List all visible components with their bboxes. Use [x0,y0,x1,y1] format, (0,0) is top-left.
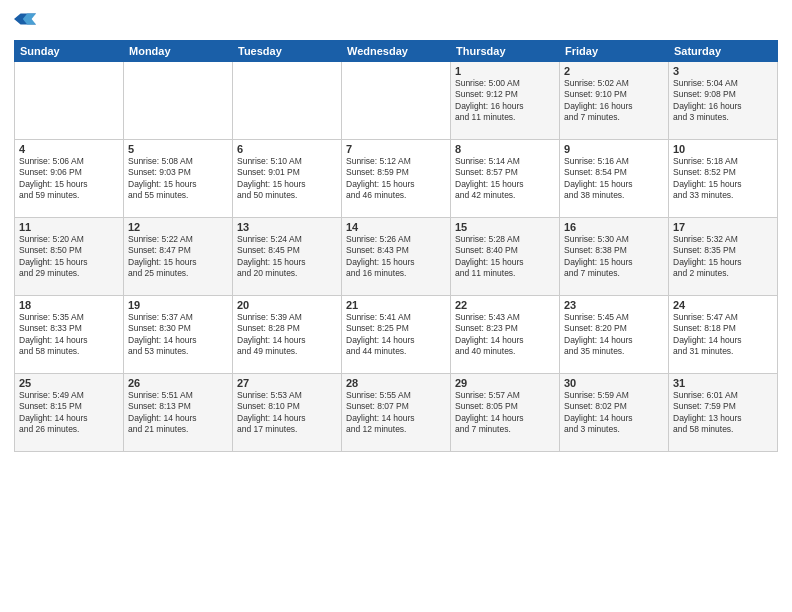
calendar-table: SundayMondayTuesdayWednesdayThursdayFrid… [14,40,778,452]
day-info: Sunrise: 5:37 AM Sunset: 8:30 PM Dayligh… [128,312,228,358]
day-number: 9 [564,143,664,155]
calendar-cell: 16Sunrise: 5:30 AM Sunset: 8:38 PM Dayli… [560,218,669,296]
header [14,10,778,34]
calendar-cell: 29Sunrise: 5:57 AM Sunset: 8:05 PM Dayli… [451,374,560,452]
day-info: Sunrise: 5:24 AM Sunset: 8:45 PM Dayligh… [237,234,337,280]
day-number: 4 [19,143,119,155]
weekday-header-wednesday: Wednesday [342,41,451,62]
weekday-header-sunday: Sunday [15,41,124,62]
day-number: 21 [346,299,446,311]
day-number: 22 [455,299,555,311]
calendar-cell: 30Sunrise: 5:59 AM Sunset: 8:02 PM Dayli… [560,374,669,452]
day-number: 18 [19,299,119,311]
calendar-cell: 21Sunrise: 5:41 AM Sunset: 8:25 PM Dayli… [342,296,451,374]
day-info: Sunrise: 5:59 AM Sunset: 8:02 PM Dayligh… [564,390,664,436]
calendar-cell: 8Sunrise: 5:14 AM Sunset: 8:57 PM Daylig… [451,140,560,218]
day-number: 19 [128,299,228,311]
calendar-cell: 20Sunrise: 5:39 AM Sunset: 8:28 PM Dayli… [233,296,342,374]
day-info: Sunrise: 5:47 AM Sunset: 8:18 PM Dayligh… [673,312,773,358]
day-info: Sunrise: 5:35 AM Sunset: 8:33 PM Dayligh… [19,312,119,358]
day-info: Sunrise: 5:53 AM Sunset: 8:10 PM Dayligh… [237,390,337,436]
day-number: 24 [673,299,773,311]
day-number: 25 [19,377,119,389]
weekday-header-saturday: Saturday [669,41,778,62]
calendar-cell: 13Sunrise: 5:24 AM Sunset: 8:45 PM Dayli… [233,218,342,296]
day-number: 1 [455,65,555,77]
calendar-cell: 11Sunrise: 5:20 AM Sunset: 8:50 PM Dayli… [15,218,124,296]
day-number: 10 [673,143,773,155]
day-number: 3 [673,65,773,77]
calendar-cell: 22Sunrise: 5:43 AM Sunset: 8:23 PM Dayli… [451,296,560,374]
calendar-cell [342,62,451,140]
day-number: 2 [564,65,664,77]
day-info: Sunrise: 5:00 AM Sunset: 9:12 PM Dayligh… [455,78,555,124]
day-number: 31 [673,377,773,389]
weekday-header-friday: Friday [560,41,669,62]
weekday-header-thursday: Thursday [451,41,560,62]
logo [14,10,36,34]
day-number: 23 [564,299,664,311]
calendar-week-2: 4Sunrise: 5:06 AM Sunset: 9:06 PM Daylig… [15,140,778,218]
day-number: 16 [564,221,664,233]
day-info: Sunrise: 5:12 AM Sunset: 8:59 PM Dayligh… [346,156,446,202]
day-info: Sunrise: 5:08 AM Sunset: 9:03 PM Dayligh… [128,156,228,202]
calendar-cell: 15Sunrise: 5:28 AM Sunset: 8:40 PM Dayli… [451,218,560,296]
calendar-cell: 1Sunrise: 5:00 AM Sunset: 9:12 PM Daylig… [451,62,560,140]
calendar-cell: 25Sunrise: 5:49 AM Sunset: 8:15 PM Dayli… [15,374,124,452]
day-info: Sunrise: 5:22 AM Sunset: 8:47 PM Dayligh… [128,234,228,280]
calendar-cell [124,62,233,140]
calendar-cell: 14Sunrise: 5:26 AM Sunset: 8:43 PM Dayli… [342,218,451,296]
calendar-cell: 26Sunrise: 5:51 AM Sunset: 8:13 PM Dayli… [124,374,233,452]
weekday-header-tuesday: Tuesday [233,41,342,62]
day-info: Sunrise: 5:28 AM Sunset: 8:40 PM Dayligh… [455,234,555,280]
calendar-cell: 17Sunrise: 5:32 AM Sunset: 8:35 PM Dayli… [669,218,778,296]
day-number: 15 [455,221,555,233]
calendar-cell: 3Sunrise: 5:04 AM Sunset: 9:08 PM Daylig… [669,62,778,140]
day-number: 30 [564,377,664,389]
calendar-week-3: 11Sunrise: 5:20 AM Sunset: 8:50 PM Dayli… [15,218,778,296]
day-number: 26 [128,377,228,389]
calendar-cell: 7Sunrise: 5:12 AM Sunset: 8:59 PM Daylig… [342,140,451,218]
calendar-cell: 6Sunrise: 5:10 AM Sunset: 9:01 PM Daylig… [233,140,342,218]
day-info: Sunrise: 5:16 AM Sunset: 8:54 PM Dayligh… [564,156,664,202]
calendar-cell: 19Sunrise: 5:37 AM Sunset: 8:30 PM Dayli… [124,296,233,374]
calendar-cell [15,62,124,140]
day-number: 29 [455,377,555,389]
calendar-week-4: 18Sunrise: 5:35 AM Sunset: 8:33 PM Dayli… [15,296,778,374]
day-info: Sunrise: 5:20 AM Sunset: 8:50 PM Dayligh… [19,234,119,280]
calendar-cell [233,62,342,140]
calendar-cell: 24Sunrise: 5:47 AM Sunset: 8:18 PM Dayli… [669,296,778,374]
day-info: Sunrise: 5:41 AM Sunset: 8:25 PM Dayligh… [346,312,446,358]
day-info: Sunrise: 5:10 AM Sunset: 9:01 PM Dayligh… [237,156,337,202]
day-info: Sunrise: 5:57 AM Sunset: 8:05 PM Dayligh… [455,390,555,436]
day-info: Sunrise: 5:39 AM Sunset: 8:28 PM Dayligh… [237,312,337,358]
calendar-cell: 4Sunrise: 5:06 AM Sunset: 9:06 PM Daylig… [15,140,124,218]
day-info: Sunrise: 5:14 AM Sunset: 8:57 PM Dayligh… [455,156,555,202]
weekday-header-row: SundayMondayTuesdayWednesdayThursdayFrid… [15,41,778,62]
day-info: Sunrise: 5:02 AM Sunset: 9:10 PM Dayligh… [564,78,664,124]
day-number: 27 [237,377,337,389]
calendar-cell: 9Sunrise: 5:16 AM Sunset: 8:54 PM Daylig… [560,140,669,218]
day-number: 17 [673,221,773,233]
day-number: 8 [455,143,555,155]
calendar-week-5: 25Sunrise: 5:49 AM Sunset: 8:15 PM Dayli… [15,374,778,452]
day-number: 28 [346,377,446,389]
day-info: Sunrise: 5:04 AM Sunset: 9:08 PM Dayligh… [673,78,773,124]
weekday-header-monday: Monday [124,41,233,62]
calendar-cell: 27Sunrise: 5:53 AM Sunset: 8:10 PM Dayli… [233,374,342,452]
calendar-cell: 28Sunrise: 5:55 AM Sunset: 8:07 PM Dayli… [342,374,451,452]
day-info: Sunrise: 6:01 AM Sunset: 7:59 PM Dayligh… [673,390,773,436]
day-info: Sunrise: 5:55 AM Sunset: 8:07 PM Dayligh… [346,390,446,436]
day-info: Sunrise: 5:45 AM Sunset: 8:20 PM Dayligh… [564,312,664,358]
calendar-cell: 5Sunrise: 5:08 AM Sunset: 9:03 PM Daylig… [124,140,233,218]
day-info: Sunrise: 5:18 AM Sunset: 8:52 PM Dayligh… [673,156,773,202]
calendar-cell: 18Sunrise: 5:35 AM Sunset: 8:33 PM Dayli… [15,296,124,374]
day-info: Sunrise: 5:30 AM Sunset: 8:38 PM Dayligh… [564,234,664,280]
calendar-cell: 31Sunrise: 6:01 AM Sunset: 7:59 PM Dayli… [669,374,778,452]
day-info: Sunrise: 5:06 AM Sunset: 9:06 PM Dayligh… [19,156,119,202]
logo-icon [14,8,36,30]
page: SundayMondayTuesdayWednesdayThursdayFrid… [0,0,792,612]
day-number: 11 [19,221,119,233]
day-number: 20 [237,299,337,311]
calendar-cell: 12Sunrise: 5:22 AM Sunset: 8:47 PM Dayli… [124,218,233,296]
